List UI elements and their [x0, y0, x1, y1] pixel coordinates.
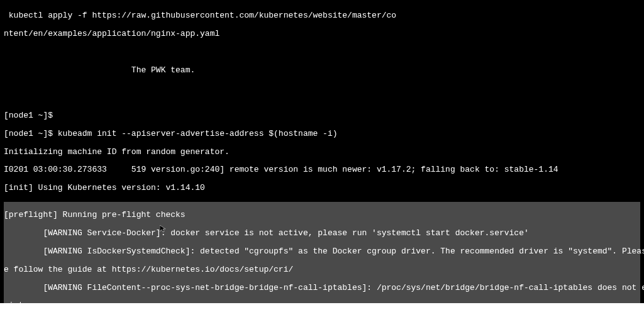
command-line: [node1 ~]$ kubeadm init --apiserver-adve… [4, 130, 640, 138]
terminal-line: [preflight] Running pre-flight checks [4, 211, 640, 219]
terminal-line: The PWK team. [4, 66, 640, 75]
bottom-border [0, 303, 644, 322]
warning-line: e follow the guide at https://kubernetes… [4, 265, 640, 274]
terminal-line: kubectl apply -f https://raw.githubuserc… [4, 11, 640, 20]
warning-line: [WARNING IsDockerSystemdCheck]: detected… [4, 247, 640, 256]
terminal[interactable]: kubectl apply -f https://raw.githubuserc… [4, 3, 640, 322]
terminal-line: ntent/en/examples/application/nginx-app.… [4, 30, 640, 38]
terminal-line: Initializing machine ID from random gene… [4, 148, 640, 157]
warning-line: [WARNING Service-Docker]: docker service… [4, 229, 640, 238]
terminal-line: [init] Using Kubernetes version: v1.14.1… [4, 184, 640, 192]
prompt-line: [node1 ~]$ [4, 111, 640, 120]
terminal-line: I0201 03:00:30.273633 519 version.go:240… [4, 165, 640, 174]
warning-line: [WARNING FileContent--proc-sys-net-bridg… [4, 284, 640, 292]
